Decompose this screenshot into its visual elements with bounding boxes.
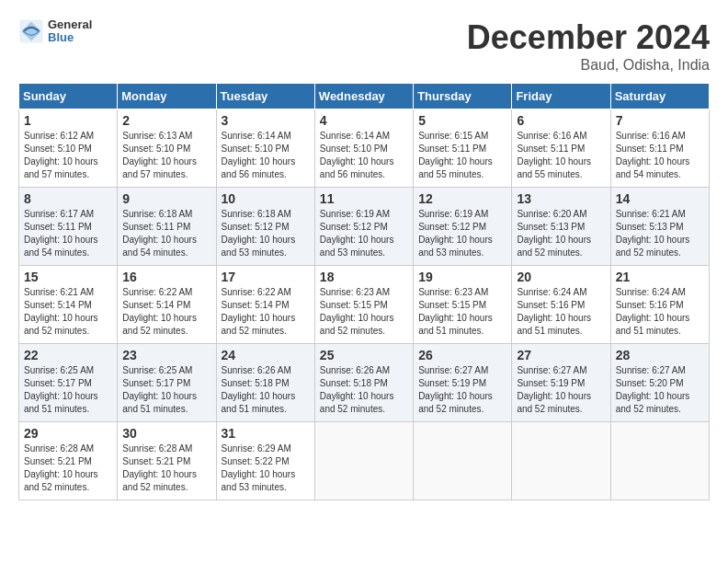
day-number: 5	[418, 113, 506, 128]
calendar-cell: 8 Sunrise: 6:17 AMSunset: 5:11 PMDayligh…	[19, 188, 118, 266]
day-detail: Sunrise: 6:23 AMSunset: 5:15 PMDaylight:…	[320, 287, 394, 336]
day-detail: Sunrise: 6:29 AMSunset: 5:22 PMDaylight:…	[222, 443, 296, 492]
day-detail: Sunrise: 6:16 AMSunset: 5:11 PMDaylight:…	[517, 131, 591, 179]
calendar-cell: 21 Sunrise: 6:24 AMSunset: 5:16 PMDaylig…	[610, 266, 709, 344]
day-number: 7	[616, 113, 704, 128]
calendar-cell: 3 Sunrise: 6:14 AMSunset: 5:10 PMDayligh…	[216, 109, 314, 188]
weekday-header-row: SundayMondayTuesdayWednesdayThursdayFrid…	[19, 84, 710, 109]
weekday-header-tuesday: Tuesday	[216, 84, 314, 109]
day-number: 13	[517, 191, 605, 206]
day-detail: Sunrise: 6:21 AMSunset: 5:14 PMDaylight:…	[24, 287, 98, 336]
day-detail: Sunrise: 6:14 AMSunset: 5:10 PMDaylight:…	[320, 131, 394, 179]
calendar-cell: 22 Sunrise: 6:25 AMSunset: 5:17 PMDaylig…	[19, 344, 118, 422]
day-detail: Sunrise: 6:25 AMSunset: 5:17 PMDaylight:…	[122, 365, 197, 414]
day-number: 12	[418, 191, 506, 206]
day-number: 1	[24, 113, 112, 128]
calendar-week-row: 15 Sunrise: 6:21 AMSunset: 5:14 PMDaylig…	[19, 266, 710, 344]
calendar-cell: 5 Sunrise: 6:15 AMSunset: 5:11 PMDayligh…	[414, 109, 512, 188]
calendar-cell: 6 Sunrise: 6:16 AMSunset: 5:11 PMDayligh…	[512, 109, 610, 188]
day-detail: Sunrise: 6:19 AMSunset: 5:12 PMDaylight:…	[320, 209, 394, 258]
calendar-cell: 30 Sunrise: 6:28 AMSunset: 5:21 PMDaylig…	[118, 422, 216, 500]
calendar-cell: 16 Sunrise: 6:22 AMSunset: 5:14 PMDaylig…	[118, 266, 216, 344]
day-detail: Sunrise: 6:27 AMSunset: 5:19 PMDaylight:…	[418, 365, 493, 414]
calendar-cell: 25 Sunrise: 6:26 AMSunset: 5:18 PMDaylig…	[314, 344, 413, 422]
day-number: 29	[24, 426, 112, 441]
day-number: 28	[616, 348, 704, 362]
calendar-cell: 17 Sunrise: 6:22 AMSunset: 5:14 PMDaylig…	[216, 266, 314, 344]
day-detail: Sunrise: 6:19 AMSunset: 5:12 PMDaylight:…	[418, 209, 493, 258]
weekday-header-saturday: Saturday	[610, 84, 709, 109]
calendar-cell: 26 Sunrise: 6:27 AMSunset: 5:19 PMDaylig…	[414, 344, 512, 422]
day-detail: Sunrise: 6:24 AMSunset: 5:16 PMDaylight:…	[517, 287, 591, 336]
logo-line1: General	[48, 18, 92, 31]
day-detail: Sunrise: 6:17 AMSunset: 5:11 PMDaylight:…	[24, 209, 98, 258]
calendar-cell: 15 Sunrise: 6:21 AMSunset: 5:14 PMDaylig…	[19, 266, 118, 344]
day-detail: Sunrise: 6:12 AMSunset: 5:10 PMDaylight:…	[24, 131, 98, 179]
day-detail: Sunrise: 6:22 AMSunset: 5:14 PMDaylight:…	[122, 287, 197, 336]
day-detail: Sunrise: 6:14 AMSunset: 5:10 PMDaylight:…	[222, 131, 296, 179]
calendar-cell: 2 Sunrise: 6:13 AMSunset: 5:10 PMDayligh…	[118, 109, 216, 188]
day-number: 19	[418, 270, 506, 284]
day-detail: Sunrise: 6:13 AMSunset: 5:10 PMDaylight:…	[122, 131, 197, 179]
calendar-cell: 23 Sunrise: 6:25 AMSunset: 5:17 PMDaylig…	[118, 344, 216, 422]
calendar-cell: 28 Sunrise: 6:27 AMSunset: 5:20 PMDaylig…	[610, 344, 709, 422]
calendar-cell: 27 Sunrise: 6:27 AMSunset: 5:19 PMDaylig…	[512, 344, 610, 422]
calendar-cell: 12 Sunrise: 6:19 AMSunset: 5:12 PMDaylig…	[414, 188, 512, 266]
calendar-cell: 7 Sunrise: 6:16 AMSunset: 5:11 PMDayligh…	[610, 109, 709, 188]
day-detail: Sunrise: 6:27 AMSunset: 5:20 PMDaylight:…	[616, 365, 690, 414]
title-area: December 2024 Baud, Odisha, India	[467, 18, 710, 74]
calendar-week-row: 29 Sunrise: 6:28 AMSunset: 5:21 PMDaylig…	[19, 422, 710, 500]
day-detail: Sunrise: 6:22 AMSunset: 5:14 PMDaylight:…	[222, 287, 296, 336]
logo: General Blue	[18, 18, 92, 45]
day-number: 3	[222, 113, 310, 128]
logo-line2: Blue	[48, 31, 92, 44]
day-number: 6	[517, 113, 605, 128]
day-detail: Sunrise: 6:23 AMSunset: 5:15 PMDaylight:…	[418, 287, 493, 336]
day-number: 24	[222, 348, 310, 362]
calendar-cell	[314, 422, 413, 500]
location-title: Baud, Odisha, India	[467, 57, 710, 74]
calendar-table: SundayMondayTuesdayWednesdayThursdayFrid…	[18, 83, 710, 500]
day-detail: Sunrise: 6:26 AMSunset: 5:18 PMDaylight:…	[320, 365, 394, 414]
calendar-week-row: 1 Sunrise: 6:12 AMSunset: 5:10 PMDayligh…	[19, 109, 710, 188]
calendar-cell: 13 Sunrise: 6:20 AMSunset: 5:13 PMDaylig…	[512, 188, 610, 266]
day-number: 31	[222, 426, 310, 441]
day-number: 10	[222, 191, 310, 206]
day-number: 23	[122, 348, 210, 362]
day-detail: Sunrise: 6:26 AMSunset: 5:18 PMDaylight:…	[222, 365, 296, 414]
month-title: December 2024	[467, 18, 710, 57]
day-detail: Sunrise: 6:28 AMSunset: 5:21 PMDaylight:…	[122, 443, 197, 492]
calendar-cell: 31 Sunrise: 6:29 AMSunset: 5:22 PMDaylig…	[216, 422, 314, 500]
day-number: 25	[320, 348, 408, 362]
calendar-week-row: 22 Sunrise: 6:25 AMSunset: 5:17 PMDaylig…	[19, 344, 710, 422]
weekday-header-sunday: Sunday	[19, 84, 118, 109]
day-number: 17	[222, 270, 310, 284]
calendar-cell: 10 Sunrise: 6:18 AMSunset: 5:12 PMDaylig…	[216, 188, 314, 266]
logo-icon	[18, 18, 44, 44]
calendar-cell: 4 Sunrise: 6:14 AMSunset: 5:10 PMDayligh…	[314, 109, 413, 188]
day-detail: Sunrise: 6:20 AMSunset: 5:13 PMDaylight:…	[517, 209, 591, 258]
day-number: 2	[122, 113, 210, 128]
day-detail: Sunrise: 6:27 AMSunset: 5:19 PMDaylight:…	[517, 365, 591, 414]
day-number: 11	[320, 191, 408, 206]
day-detail: Sunrise: 6:15 AMSunset: 5:11 PMDaylight:…	[418, 131, 493, 179]
day-detail: Sunrise: 6:18 AMSunset: 5:11 PMDaylight:…	[122, 209, 197, 258]
weekday-header-wednesday: Wednesday	[314, 84, 413, 109]
day-number: 30	[122, 426, 210, 441]
day-number: 21	[616, 270, 704, 284]
day-detail: Sunrise: 6:25 AMSunset: 5:17 PMDaylight:…	[24, 365, 98, 414]
day-number: 26	[418, 348, 506, 362]
day-number: 18	[320, 270, 408, 284]
day-number: 4	[320, 113, 408, 128]
page-header: General Blue December 2024 Baud, Odisha,…	[18, 18, 710, 74]
calendar-cell: 29 Sunrise: 6:28 AMSunset: 5:21 PMDaylig…	[19, 422, 118, 500]
day-number: 20	[517, 270, 605, 284]
weekday-header-friday: Friday	[512, 84, 610, 109]
calendar-cell: 20 Sunrise: 6:24 AMSunset: 5:16 PMDaylig…	[512, 266, 610, 344]
day-detail: Sunrise: 6:18 AMSunset: 5:12 PMDaylight:…	[222, 209, 296, 258]
day-number: 16	[122, 270, 210, 284]
weekday-header-thursday: Thursday	[414, 84, 512, 109]
day-number: 14	[616, 191, 704, 206]
calendar-cell: 14 Sunrise: 6:21 AMSunset: 5:13 PMDaylig…	[610, 188, 709, 266]
calendar-cell: 24 Sunrise: 6:26 AMSunset: 5:18 PMDaylig…	[216, 344, 314, 422]
